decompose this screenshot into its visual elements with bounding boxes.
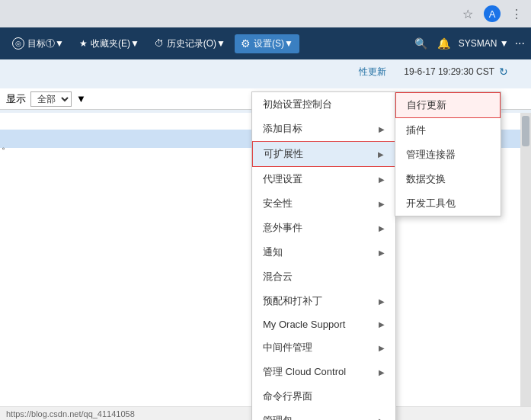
sub-item-data-exchange-label: 数据交换 [406, 172, 446, 186]
sub-item-self-update[interactable]: 自行更新 [395, 92, 501, 118]
menu-item-extensibility[interactable]: 可扩展性 ▶ [252, 141, 395, 167]
sub-item-connector-label: 管理连接器 [406, 148, 456, 162]
settings-menu[interactable]: ⚙ 设置(S)▼ [235, 34, 299, 53]
menu-item-oracle-support[interactable]: My Oracle Support ▶ [252, 313, 395, 335]
menu-item-management-pack[interactable]: 管理包 ▶ [252, 409, 395, 420]
submenu-arrow-middleware-icon: ▶ [379, 344, 385, 352]
menu-item-notification-label: 通知 [263, 245, 283, 259]
menu-item-middleware[interactable]: 中间件管理 ▶ [252, 335, 395, 360]
menu-item-hybrid-cloud-label: 混合云 [263, 270, 293, 284]
user-menu[interactable]: SYSMAN ▼ [459, 38, 509, 49]
show-label: 显示 [6, 92, 26, 106]
ext-update-link[interactable]: 性更新 [359, 66, 386, 79]
menu-item-oracle-support-label: My Oracle Support [263, 319, 345, 330]
star-icon[interactable]: ☆ [461, 7, 475, 21]
sub-item-plugin[interactable]: 插件 [395, 118, 501, 143]
target-menu[interactable]: ◎ 目标①▼ [6, 34, 70, 53]
submenu-arrow-manage-cloud-icon: ▶ [379, 368, 385, 377]
submenu-arrow-notification-icon: ▶ [379, 248, 385, 257]
target-label: 目标①▼ [27, 37, 64, 50]
menu-item-cli-label: 命令行界面 [263, 390, 312, 403]
toolbar-more-icon[interactable]: ··· [515, 37, 525, 50]
history-menu[interactable]: ⏱ 历史记录(O)▼ [149, 34, 232, 53]
menu-item-proxy-label: 代理设置 [263, 172, 302, 186]
submenu-arrow-ext-icon: ▶ [378, 150, 384, 159]
menu-item-incident-label: 意外事件 [263, 221, 302, 235]
menu-item-manage-cloud-label: 管理 Cloud Control [263, 365, 346, 379]
submenu-arrow-icon: ▶ [379, 125, 385, 133]
settings-label: 设置(S)▼ [254, 37, 293, 50]
submenu-arrow-proxy-icon: ▶ [379, 175, 385, 184]
main-toolbar: ◎ 目标①▼ ★ 收藏夹(E)▼ ⏱ 历史记录(O)▼ ⚙ 设置(S)▼ 🔍 🔔… [0, 27, 531, 59]
submenu-arrow-incident-icon: ▶ [379, 224, 385, 232]
sub-item-plugin-label: 插件 [406, 123, 426, 137]
menu-item-hybrid-cloud[interactable]: 混合云 [252, 265, 395, 289]
chrome-bar: ☆ A ⋮ [0, 0, 531, 27]
user-label: SYSMAN ▼ [459, 38, 509, 49]
search-button[interactable]: 🔍 [413, 35, 430, 52]
ext-update-label: 性更新 [359, 66, 386, 77]
datetime-text: 19-6-17 19:29:30 CST [404, 66, 494, 77]
menu-item-notification[interactable]: 通知 ▶ [252, 240, 395, 265]
menu-item-extensibility-label: 可扩展性 [264, 147, 303, 161]
favorites-label: 收藏夹(E)▼ [91, 37, 139, 50]
menu-item-provisioning[interactable]: 预配和打补丁 ▶ [252, 289, 395, 313]
submenu-arrow-mgmt-pack-icon: ▶ [379, 417, 385, 421]
sub-item-dev-toolkit-label: 开发工具包 [406, 197, 456, 210]
menu-item-incident[interactable]: 意外事件 ▶ [252, 216, 395, 240]
scrollbar[interactable] [520, 113, 531, 406]
bell-icon[interactable]: 🔔 [436, 35, 453, 52]
menu-item-security[interactable]: 安全性 ▶ [252, 191, 395, 216]
menu-item-management-pack-label: 管理包 [263, 414, 293, 420]
menu-item-manage-cloud[interactable]: 管理 Cloud Control ▶ [252, 360, 395, 384]
settings-dropdown: 初始设置控制台 添加目标 ▶ 可扩展性 ▶ 代理设置 ▶ 安全性 ▶ 意外事件 … [251, 91, 396, 420]
user-avatar[interactable]: A [484, 5, 501, 22]
scrollbar-thumb[interactable] [522, 116, 529, 146]
dropdown-arrow-icon: ▼ [76, 93, 86, 104]
sub-item-dev-toolkit[interactable]: 开发工具包 [395, 191, 501, 216]
extensibility-submenu: 自行更新 插件 管理连接器 数据交换 开发工具包 [395, 91, 501, 216]
sub-item-self-update-label: 自行更新 [407, 98, 446, 112]
menu-item-security-label: 安全性 [263, 197, 293, 210]
menu-item-add-target[interactable]: 添加目标 ▶ [252, 117, 395, 141]
submenu-arrow-oracle-support-icon: ▶ [379, 320, 385, 329]
sub-item-data-exchange[interactable]: 数据交换 [395, 167, 501, 191]
show-select[interactable]: 全部 [30, 91, 72, 107]
menu-item-init-label: 初始设置控制台 [263, 98, 332, 111]
datetime-bar: 19-6-17 19:29:30 CST ↻ [404, 66, 508, 78]
refresh-icon[interactable]: ↻ [499, 66, 508, 78]
menu-item-middleware-label: 中间件管理 [263, 341, 312, 354]
menu-item-cli[interactable]: 命令行界面 [252, 384, 395, 409]
sub-item-connector[interactable]: 管理连接器 [395, 143, 501, 167]
more-dots-icon[interactable]: ⋮ [510, 7, 523, 21]
toolbar-right: 🔍 🔔 SYSMAN ▼ ··· [413, 35, 525, 52]
menu-item-add-target-label: 添加目标 [263, 122, 302, 136]
star-toolbar-icon: ★ [79, 38, 88, 49]
menu-item-init-control[interactable]: 初始设置控制台 [252, 92, 395, 117]
clock-icon: ⏱ [155, 38, 164, 49]
menu-item-proxy[interactable]: 代理设置 ▶ [252, 167, 395, 191]
history-label: 历史记录(O)▼ [167, 37, 226, 50]
submenu-arrow-security-icon: ▶ [379, 200, 385, 208]
gear-icon: ⚙ [241, 37, 251, 50]
favorites-menu[interactable]: ★ 收藏夹(E)▼ [73, 34, 146, 53]
menu-item-provisioning-label: 预配和打补丁 [263, 294, 322, 308]
submenu-arrow-provisioning-icon: ▶ [379, 297, 385, 306]
status-url-text: https://blog.csdn.net/qq_41141058 [6, 409, 135, 418]
target-icon: ◎ [12, 37, 24, 50]
left-edge-label: 。 [2, 139, 11, 152]
content-area: 19-6-17 19:29:30 CST ↻ 性更新 显示 全部 ▼ 。 初始设… [0, 59, 531, 420]
